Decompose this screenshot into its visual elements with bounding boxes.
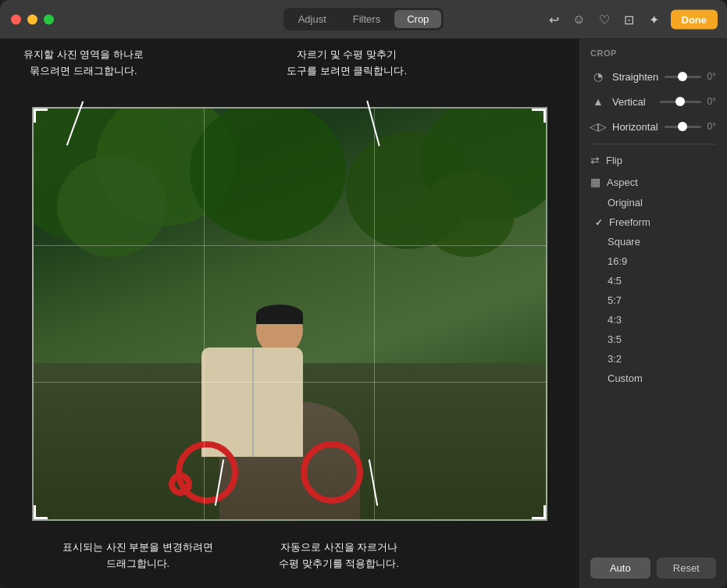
maximize-button[interactable] (44, 14, 54, 24)
panel-header: CROP (579, 39, 727, 64)
traffic-lights (11, 14, 54, 24)
photo-container[interactable] (32, 107, 547, 521)
horizontal-icon: ◁▷ (590, 119, 606, 134)
titlebar: Adjust Filters Crop ↩ ☺ ♡ ⊡ ✦ Done (0, 0, 727, 39)
vertical-label: Vertical (612, 96, 654, 108)
tab-filters[interactable]: Filters (340, 10, 393, 28)
crop-icon[interactable]: ⊡ (621, 11, 638, 28)
photo-image (32, 107, 547, 521)
straighten-row[interactable]: ◔ Straighten 0° (587, 64, 719, 89)
panel-section-sliders: ◔ Straighten 0° ▲ Vertical 0° ◁▷ (579, 64, 727, 139)
main-area: 유지할 사진 영역을 하나로 묶으려면 드래그합니다. 자르기 및 수평 맞추기… (0, 39, 727, 588)
callout-top-left: 유지할 사진 영역을 하나로 묶으려면 드래그합니다. (23, 47, 144, 80)
crop-corner-br[interactable] (532, 505, 546, 519)
vertical-value: 0° (707, 96, 716, 107)
vertical-slider[interactable] (660, 101, 701, 103)
straighten-value: 0° (707, 71, 716, 82)
face-icon[interactable]: ☺ (571, 11, 588, 28)
crop-corner-bl[interactable] (34, 505, 48, 519)
aspect-custom[interactable]: Custom (590, 369, 716, 388)
flip-icon: ⇄ (590, 154, 600, 166)
aspect-freeform[interactable]: Freeform (590, 212, 716, 232)
crop-corner-tl[interactable] (34, 109, 48, 123)
done-button[interactable]: Done (671, 9, 718, 29)
divider-1 (590, 144, 716, 144)
heart-icon[interactable]: ♡ (596, 11, 613, 28)
vertical-icon: ▲ (590, 94, 606, 109)
tab-group: Adjust Filters Crop (283, 8, 444, 30)
close-button[interactable] (11, 14, 21, 24)
aspect-square[interactable]: Square (590, 232, 716, 251)
callout-bottom-right: 자동으로 사진을 자르거나 수평 맞추기를 적용합니다. (279, 540, 399, 572)
horizontal-slider[interactable] (665, 126, 701, 128)
crop-corner-tr[interactable] (532, 109, 546, 123)
aspect-row[interactable]: ▦ Aspect (579, 171, 727, 193)
main-window: Adjust Filters Crop ↩ ☺ ♡ ⊡ ✦ Done 유지할 사… (0, 0, 727, 588)
aspect-5-7[interactable]: 5:7 (590, 290, 716, 310)
aspect-3-5[interactable]: 3:5 (590, 330, 716, 349)
reset-button[interactable]: Reset (657, 558, 717, 579)
right-panel: CROP ◔ Straighten 0° ▲ Vertical (579, 39, 727, 588)
straighten-slider[interactable] (665, 76, 700, 78)
toolbar-right: ↩ ☺ ♡ ⊡ ✦ Done (546, 9, 718, 29)
flip-label: Flip (606, 155, 622, 166)
aspect-label: Aspect (607, 176, 638, 188)
callout-top-right: 자르기 및 수평 맞추기 도구를 보려면 클릭합니다. (287, 47, 407, 80)
minimize-button[interactable] (27, 14, 37, 24)
aspect-3-2[interactable]: 3:2 (590, 349, 716, 369)
tab-crop[interactable]: Crop (394, 10, 441, 28)
aspect-icon: ▦ (590, 176, 600, 188)
vertical-row[interactable]: ▲ Vertical 0° (587, 89, 719, 114)
straighten-label: Straighten (612, 71, 658, 83)
auto-button[interactable]: Auto (590, 558, 650, 579)
photo-area[interactable]: 유지할 사진 영역을 하나로 묶으려면 드래그합니다. 자르기 및 수평 맞추기… (0, 39, 579, 588)
aspect-original[interactable]: Original (590, 193, 716, 212)
aspect-4-3[interactable]: 4:3 (590, 310, 716, 330)
straighten-icon: ◔ (590, 69, 606, 84)
undo-icon[interactable]: ↩ (546, 11, 563, 28)
aspect-16-9[interactable]: 16:9 (590, 251, 716, 271)
callout-bottom-left: 표시되는 사진 부분을 변경하려면 드래그합니다. (62, 540, 213, 572)
horizontal-row[interactable]: ◁▷ Horizontal 0° (587, 114, 719, 139)
panel-bottom: Auto Reset (579, 548, 727, 588)
flip-row[interactable]: ⇄ Flip (579, 149, 727, 171)
horizontal-label: Horizontal (612, 121, 658, 133)
aspect-list: Original Freeform Square 16:9 4:5 5:7 4:… (579, 193, 727, 388)
tab-adjust[interactable]: Adjust (286, 10, 339, 28)
magic-icon[interactable]: ✦ (646, 11, 663, 28)
horizontal-value: 0° (707, 121, 716, 132)
aspect-4-5[interactable]: 4:5 (590, 271, 716, 290)
